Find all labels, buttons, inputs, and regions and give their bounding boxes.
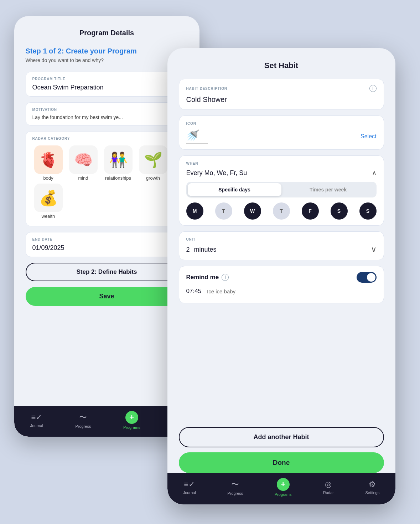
day-wednesday[interactable]: W	[244, 202, 261, 220]
toggle-knob	[367, 273, 375, 282]
when-value: Every Mo, We, Fr, Su	[186, 169, 247, 177]
settings-label-front: Settings	[365, 490, 379, 495]
icon-select-button[interactable]: Select	[361, 133, 376, 140]
unit-label: UNIT	[186, 237, 196, 241]
program-title-field: PROGRAM TITLE Ocean Swim Preparation	[26, 72, 188, 97]
radar-mind-emoji: 🧠	[74, 151, 93, 169]
nav-journal-front[interactable]: ≡✓ Journal	[183, 480, 196, 495]
radar-wealth-icon-wrap: 💰	[34, 184, 63, 212]
day-selector: M T W T F S S	[186, 202, 377, 220]
remind-toggle[interactable]	[357, 272, 377, 283]
radar-icon-front: ◎	[325, 480, 332, 489]
end-date-label: END DATE	[32, 237, 181, 241]
end-date-value: 01/09/2025	[32, 244, 181, 252]
step2-button[interactable]: Step 2: Define Habits	[26, 263, 188, 281]
when-chevron-icon[interactable]: ∧	[372, 169, 377, 177]
nav-programs-back[interactable]: + Programs	[123, 411, 140, 430]
nav-settings-front[interactable]: ⚙ Settings	[365, 480, 379, 495]
tab-specific-days[interactable]: Specific days	[188, 183, 281, 196]
remind-message: Ice ice baby	[207, 288, 235, 294]
day-sunday[interactable]: S	[359, 202, 377, 220]
add-habit-button[interactable]: Add another Habit	[179, 427, 384, 447]
program-title-label: PROGRAM TITLE	[32, 77, 181, 81]
icon-label: ICON	[186, 122, 196, 125]
bottom-nav-front: ≡✓ Journal 〜 Progress + Programs ◎ Radar…	[167, 473, 395, 504]
radar-growth-emoji: 🌱	[144, 151, 162, 169]
icon-preview: 🚿	[186, 129, 208, 144]
icon-field: ICON 🚿 Select	[179, 115, 384, 150]
tab-times-per-week[interactable]: Times per week	[281, 183, 375, 196]
day-friday[interactable]: F	[302, 202, 319, 220]
programs-label-back: Programs	[123, 425, 140, 430]
radar-growth-label: growth	[146, 175, 160, 181]
progress-icon-back: 〜	[79, 412, 87, 423]
unit-text: minutes	[194, 246, 217, 253]
step-heading: Step 1 of 2: Create your Program	[26, 47, 188, 55]
nav-radar-front[interactable]: ◎ Radar	[323, 480, 334, 495]
back-card-title: Program Details	[26, 29, 188, 37]
nav-programs-front[interactable]: + Programs	[275, 478, 292, 497]
end-date-field: END DATE 01/09/2025	[26, 232, 188, 257]
when-field: WHEN Every Mo, We, Fr, Su ∧ Specific day…	[179, 155, 384, 226]
radar-growth-icon-wrap: 🌱	[139, 145, 167, 174]
habit-desc-value: Cold Shower	[186, 96, 377, 104]
scene: Program Details Step 1 of 2: Create your…	[14, 16, 406, 508]
journal-icon-front: ≡✓	[184, 480, 195, 489]
motivation-label: MOTIVATION	[32, 108, 181, 112]
programs-plus-icon-back: +	[125, 411, 138, 424]
remind-time: 07:45	[186, 288, 202, 295]
radar-wealth-emoji: 💰	[39, 189, 58, 207]
journal-label-front: Journal	[183, 490, 196, 495]
front-card: Set Habit HABIT DESCRIPTION i Cold Showe…	[167, 48, 395, 504]
journal-label-back: Journal	[30, 423, 43, 428]
radar-item-mind[interactable]: 🧠 mind	[67, 145, 99, 181]
step-sub: Where do you want to be and why?	[26, 57, 188, 63]
radar-wealth-label: wealth	[42, 214, 55, 219]
nav-progress-front[interactable]: 〜 Progress	[227, 479, 243, 495]
unit-field: UNIT 2 minutes ∨	[179, 231, 384, 260]
radar-category-field: RADAR CATEGORY 🫀 body 🧠 mind	[26, 131, 188, 226]
radar-item-relationships[interactable]: 👫 relationships	[102, 145, 134, 181]
remind-time-row: 07:45 Ice ice baby	[186, 288, 377, 297]
unit-chevron-icon[interactable]: ∨	[371, 245, 377, 254]
programs-plus-icon-front: +	[277, 478, 290, 491]
when-label: WHEN	[186, 161, 198, 165]
day-tuesday[interactable]: T	[215, 202, 232, 220]
radar-relationships-icon-wrap: 👫	[104, 145, 133, 174]
day-monday[interactable]: M	[186, 202, 203, 220]
radar-relationships-emoji: 👫	[109, 151, 128, 169]
nav-journal-back[interactable]: ≡✓ Journal	[30, 413, 43, 428]
settings-icon-front: ⚙	[369, 480, 376, 489]
day-thursday[interactable]: T	[273, 202, 290, 220]
radar-label: RADAR CATEGORY	[32, 137, 181, 140]
radar-body-icon-wrap: 🫀	[34, 145, 63, 174]
radar-grid: 🫀 body 🧠 mind 👫	[32, 143, 181, 221]
motivation-field: MOTIVATION Lay the foundation for my bes…	[26, 102, 188, 125]
front-card-title: Set Habit	[179, 61, 384, 70]
habit-desc-label: HABIT DESCRIPTION	[186, 87, 227, 91]
program-title-value: Ocean Swim Preparation	[32, 84, 181, 91]
remind-info-icon[interactable]: i	[222, 274, 229, 281]
motivation-value: Lay the foundation for my best swim ye..…	[32, 114, 181, 120]
progress-label-front: Progress	[227, 491, 243, 495]
radar-item-growth[interactable]: 🌱 growth	[137, 145, 169, 181]
icon-emoji: 🚿	[186, 129, 199, 141]
nav-progress-back[interactable]: 〜 Progress	[75, 412, 91, 428]
programs-label-front: Programs	[275, 492, 292, 497]
radar-mind-icon-wrap: 🧠	[69, 145, 98, 174]
radar-item-wealth[interactable]: 💰 wealth	[32, 184, 64, 219]
habit-desc-info-icon[interactable]: i	[369, 85, 377, 92]
done-button[interactable]: Done	[179, 452, 384, 473]
remind-field: Remind me i 07:45 Ice ice baby	[179, 266, 384, 303]
day-saturday[interactable]: S	[331, 202, 348, 220]
when-tabs: Specific days Times per week	[186, 182, 377, 197]
unit-number: 2	[186, 246, 190, 253]
radar-body-label: body	[43, 175, 53, 181]
remind-label: Remind me	[186, 274, 219, 281]
habit-description-field: HABIT DESCRIPTION i Cold Shower	[179, 79, 384, 110]
progress-icon-front: 〜	[231, 479, 239, 490]
radar-item-body[interactable]: 🫀 body	[32, 145, 64, 181]
save-button[interactable]: Save	[26, 287, 188, 306]
journal-icon-back: ≡✓	[31, 413, 42, 422]
progress-label-back: Progress	[75, 424, 91, 428]
